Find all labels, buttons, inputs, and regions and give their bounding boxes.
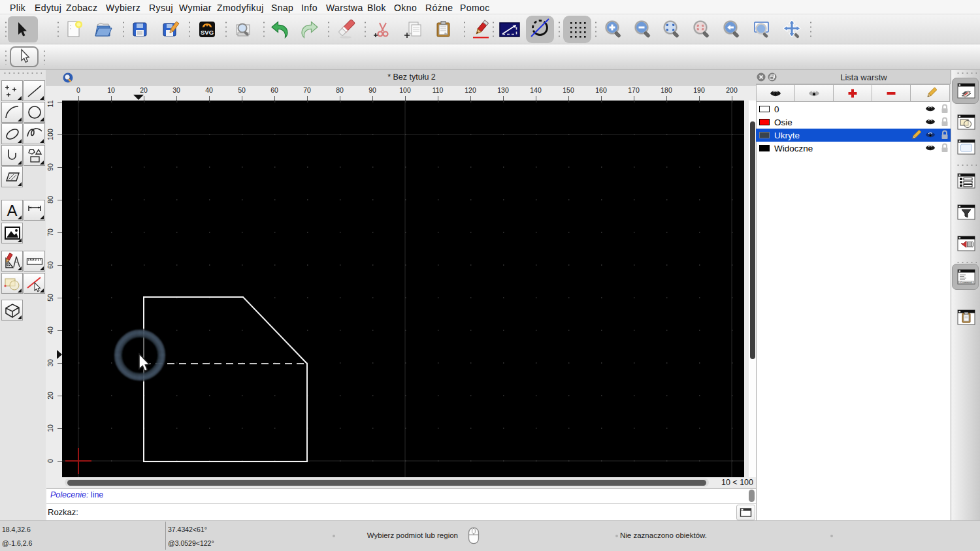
svg-text:SVG: SVG [201, 29, 214, 36]
svg-text:A: A [7, 202, 17, 219]
svg-text:C command: C command [960, 281, 972, 284]
